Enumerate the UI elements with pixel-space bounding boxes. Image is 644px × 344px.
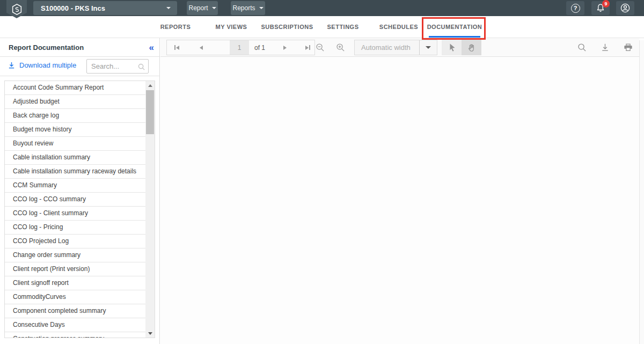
tab-subscriptions[interactable]: SUBSCRIPTIONS bbox=[259, 16, 315, 38]
report-list-item[interactable]: CCO log - Pricing bbox=[5, 221, 145, 235]
report-list-item[interactable]: Account Code Summary Report bbox=[5, 81, 145, 95]
tab-label: REPORTS bbox=[160, 24, 191, 30]
dropdown-caret-button[interactable] bbox=[419, 40, 437, 55]
report-list-rows: Account Code Summary ReportAdjusted budg… bbox=[5, 81, 145, 338]
report-list-item[interactable]: Construction progress summary bbox=[5, 332, 145, 338]
download-document-button[interactable] bbox=[600, 42, 610, 53]
report-list-item[interactable]: Component completed summary bbox=[5, 304, 145, 318]
report-list-item[interactable]: CCO log - CCO summary bbox=[5, 193, 145, 207]
tab-settings[interactable]: SETTINGS bbox=[315, 16, 371, 38]
report-list-item[interactable]: Adjusted budget bbox=[5, 95, 145, 109]
viewer-scrollbar-track[interactable] bbox=[639, 40, 644, 344]
download-icon bbox=[600, 42, 610, 53]
select-tool-button[interactable] bbox=[442, 40, 462, 55]
zoom-in-button[interactable] bbox=[335, 42, 346, 53]
tab-label: SETTINGS bbox=[327, 24, 358, 30]
reports-menu-button[interactable]: Reports bbox=[231, 1, 265, 15]
tab-label: DOCUMENTATION bbox=[427, 24, 482, 30]
report-list-item[interactable]: Consecutive Days bbox=[5, 318, 145, 332]
triangle-down-icon bbox=[148, 332, 152, 335]
search-icon bbox=[577, 42, 587, 53]
document-viewer: 1 of 1 bbox=[160, 38, 644, 344]
report-documentation-panel: Report Documentation « Download multiple bbox=[0, 38, 160, 344]
last-page-button[interactable] bbox=[303, 43, 312, 53]
app-logo[interactable] bbox=[6, 0, 27, 18]
viewer-actions bbox=[577, 42, 633, 53]
panel-title: Report Documentation bbox=[9, 43, 84, 52]
scrollbar-thumb[interactable] bbox=[146, 90, 154, 134]
report-list-item[interactable]: Buyout review bbox=[5, 137, 145, 151]
first-page-button[interactable] bbox=[172, 43, 181, 53]
panel-header: Report Documentation « bbox=[0, 38, 159, 57]
triangle-down-icon bbox=[426, 46, 431, 49]
help-button[interactable]: ? bbox=[566, 1, 584, 15]
tab-bar: REPORTS MY VIEWS SUBSCRIPTIONS SETTINGS … bbox=[148, 16, 482, 38]
help-icon: ? bbox=[571, 4, 580, 13]
next-page-button[interactable] bbox=[280, 43, 290, 53]
content-area: Report Documentation « Download multiple bbox=[0, 38, 644, 344]
triangle-left-icon bbox=[200, 46, 203, 50]
search-icon bbox=[137, 63, 145, 71]
report-list-item[interactable]: Client signoff report bbox=[5, 276, 145, 290]
tab-my-views[interactable]: MY VIEWS bbox=[203, 16, 259, 38]
download-multiple-label: Download multiple bbox=[19, 61, 76, 69]
page-number-input[interactable]: 1 bbox=[230, 40, 249, 55]
first-page-icon bbox=[174, 45, 175, 50]
report-list-item[interactable]: CCO log - Client summary bbox=[5, 207, 145, 221]
zoom-out-button[interactable] bbox=[315, 42, 325, 53]
report-list-item[interactable]: CCO Projected Log bbox=[5, 235, 145, 248]
triangle-right-icon bbox=[283, 46, 287, 50]
collapse-panel-icon[interactable]: « bbox=[149, 43, 154, 52]
report-menu-label: Report bbox=[188, 4, 208, 12]
printer-icon bbox=[623, 42, 633, 53]
triangle-left-icon bbox=[176, 46, 179, 50]
scroll-down-button[interactable] bbox=[145, 329, 155, 338]
project-selector-label: S100000 - PKS Incs bbox=[41, 4, 105, 12]
tab-schedules[interactable]: SCHEDULES bbox=[371, 16, 427, 38]
download-icon bbox=[8, 61, 16, 69]
search-document-button[interactable] bbox=[577, 42, 587, 53]
list-scrollbar bbox=[145, 81, 155, 338]
tab-strip: REPORTS MY VIEWS SUBSCRIPTIONS SETTINGS … bbox=[0, 16, 644, 38]
page-width-selector[interactable]: Automatic width bbox=[354, 40, 437, 55]
page-total-label: of 1 bbox=[254, 44, 265, 52]
tab-reports[interactable]: REPORTS bbox=[148, 16, 203, 38]
zoom-in-icon bbox=[335, 42, 346, 53]
triangle-right-icon bbox=[305, 46, 309, 50]
hand-icon bbox=[467, 43, 476, 52]
report-list-item[interactable]: Cable installation summary bbox=[5, 151, 145, 165]
project-selector[interactable]: S100000 - PKS Incs bbox=[33, 1, 177, 15]
app-window: S100000 - PKS Incs Report Reports ? bbox=[0, 0, 644, 344]
tab-label: SUBSCRIPTIONS bbox=[261, 24, 313, 30]
top-navigation-bar: S100000 - PKS Incs Report Reports ? bbox=[0, 0, 644, 16]
panel-actions: Download multiple bbox=[0, 57, 159, 76]
hexagon-logo-icon bbox=[11, 3, 23, 16]
report-list-item[interactable]: CommodityCurves bbox=[5, 290, 145, 304]
previous-page-button[interactable] bbox=[196, 43, 206, 53]
chevron-down-icon bbox=[212, 7, 216, 9]
account-button[interactable] bbox=[616, 1, 634, 15]
viewer-toolbar: 1 of 1 bbox=[160, 38, 639, 57]
tab-label: SCHEDULES bbox=[379, 24, 418, 30]
print-button[interactable] bbox=[623, 42, 633, 53]
report-list-item[interactable]: Change order summary bbox=[5, 248, 145, 262]
reports-menu-label: Reports bbox=[232, 4, 255, 12]
zoom-controls bbox=[315, 42, 346, 53]
pan-tool-button[interactable] bbox=[462, 40, 481, 55]
report-list-item[interactable]: CCM Summary bbox=[5, 179, 145, 193]
chevron-down-icon bbox=[166, 7, 171, 9]
report-list-item[interactable]: Client report (Print version) bbox=[5, 262, 145, 276]
notification-count-badge: 9 bbox=[602, 0, 610, 8]
zoom-out-icon bbox=[315, 42, 325, 53]
report-menu-button[interactable]: Report bbox=[187, 1, 218, 15]
report-list-item[interactable]: Back charge log bbox=[5, 109, 145, 123]
tab-documentation[interactable]: DOCUMENTATION bbox=[427, 16, 482, 38]
triangle-up-icon bbox=[148, 84, 152, 87]
search-field bbox=[86, 59, 149, 74]
report-list-item[interactable]: Budget move history bbox=[5, 123, 145, 137]
tab-label: MY VIEWS bbox=[216, 24, 247, 30]
scroll-up-button[interactable] bbox=[145, 81, 155, 90]
report-list-item[interactable]: Cable installation summary raceway detai… bbox=[5, 165, 145, 179]
chevron-down-icon bbox=[259, 7, 264, 9]
download-multiple-link[interactable]: Download multiple bbox=[8, 61, 76, 69]
